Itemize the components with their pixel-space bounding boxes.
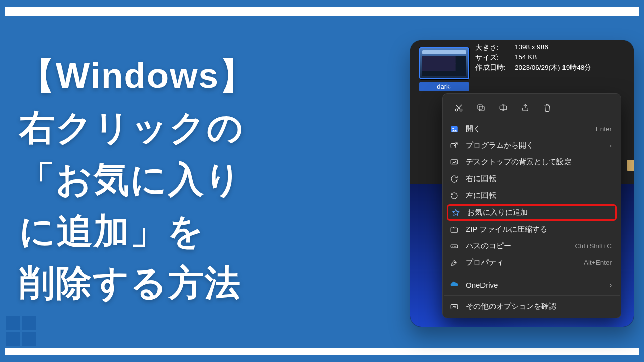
menu-separator: [444, 295, 620, 296]
svg-point-6: [452, 128, 454, 129]
wrench-icon: [450, 258, 459, 267]
menu-item-label: デスクトップの背景として設定: [466, 157, 612, 167]
menu-item-rotate-right[interactable]: 右に回転: [443, 170, 621, 187]
file-info-tooltip: 大きさ:1398 x 986 サイズ:154 KB 作成日時:2023/06/2…: [475, 43, 591, 73]
tooltip-value: 2023/06/29(木) 19時48分: [515, 63, 591, 72]
menu-item-label: 左に回転: [466, 191, 612, 200]
decorative-top-bar: [5, 7, 639, 16]
menu-item-label: プロパティ: [466, 258, 577, 267]
screenshot-panel: ム dark- 大きさ:1398 x 986 サイズ:154 KB 作成日時:2…: [410, 40, 634, 327]
menu-item-accel: Alt+Enter: [584, 259, 612, 266]
context-menu-top-actions: [443, 98, 621, 121]
menu-item-label: 開く: [466, 124, 589, 134]
menu-item-label: OneDrive: [466, 281, 603, 289]
zip-icon: [450, 225, 459, 234]
chevron-right-icon: ›: [610, 142, 612, 149]
tooltip-key: サイズ:: [475, 53, 515, 62]
menu-item-copy-path[interactable]: パスのコピー Ctrl+Shift+C: [443, 238, 621, 254]
tooltip-key: 作成日時:: [475, 63, 515, 72]
tooltip-value: 1398 x 986: [515, 43, 548, 52]
menu-separator: [444, 274, 620, 274]
copy-icon[interactable]: [471, 99, 491, 116]
desktop-background-icon: [450, 158, 459, 167]
menu-item-label: その他のオプションを確認: [466, 302, 612, 311]
chevron-right-icon: ›: [610, 281, 612, 289]
menu-item-label: パスのコピー: [466, 241, 568, 251]
rotate-left-icon: [450, 191, 459, 200]
star-icon: [451, 208, 460, 217]
article-title: 【Windows】 右クリックの 「お気に入り に追加」を 削除する方法: [19, 50, 256, 309]
file-thumbnail[interactable]: [419, 47, 469, 79]
decorative-bottom-bar: [5, 348, 639, 355]
menu-item-set-desktop-background[interactable]: デスクトップの背景として設定: [443, 154, 621, 170]
onedrive-icon: [450, 280, 459, 289]
menu-item-open-with[interactable]: プログラムから開く ›: [443, 137, 621, 154]
svg-rect-7: [451, 143, 455, 148]
menu-item-properties[interactable]: プロパティ Alt+Enter: [443, 254, 621, 271]
context-menu: 開く Enter プログラムから開く › デスクトップの背景として設定 右に回転…: [442, 93, 621, 318]
delete-icon[interactable]: [537, 99, 557, 116]
svg-rect-8: [451, 159, 458, 164]
cut-icon[interactable]: [449, 99, 469, 116]
file-name-label: dark-: [419, 82, 469, 91]
menu-item-label: お気に入りに追加: [467, 208, 610, 217]
svg-rect-3: [478, 105, 482, 109]
more-options-icon: [450, 302, 459, 311]
menu-item-onedrive[interactable]: OneDrive ›: [443, 277, 621, 293]
partial-side-icon: [627, 160, 634, 171]
open-with-icon: [450, 141, 459, 150]
share-icon[interactable]: [515, 99, 535, 116]
image-icon: [450, 125, 459, 134]
menu-item-label: 右に回転: [466, 174, 612, 184]
svg-point-1: [460, 109, 462, 111]
rotate-right-icon: [450, 174, 459, 184]
menu-item-label: プログラムから開く: [466, 141, 603, 150]
tooltip-value: 154 KB: [515, 53, 537, 62]
menu-item-compress-zip[interactable]: ZIP ファイルに圧縮する: [443, 221, 621, 238]
rename-icon[interactable]: [493, 99, 513, 116]
menu-item-accel: Enter: [596, 125, 612, 133]
menu-item-open[interactable]: 開く Enter: [443, 121, 621, 137]
menu-item-more-options[interactable]: その他のオプションを確認: [443, 298, 621, 315]
menu-item-rotate-left[interactable]: 左に回転: [443, 187, 621, 204]
menu-item-accel: Ctrl+Shift+C: [575, 242, 612, 250]
tooltip-key: 大きさ:: [475, 43, 515, 52]
svg-rect-2: [479, 106, 484, 111]
windows-logo-icon: [6, 316, 38, 348]
menu-item-label: ZIP ファイルに圧縮する: [466, 225, 612, 234]
menu-item-add-to-favorites[interactable]: お気に入りに追加: [447, 204, 617, 221]
copy-path-icon: [450, 242, 459, 251]
svg-point-0: [455, 109, 458, 111]
